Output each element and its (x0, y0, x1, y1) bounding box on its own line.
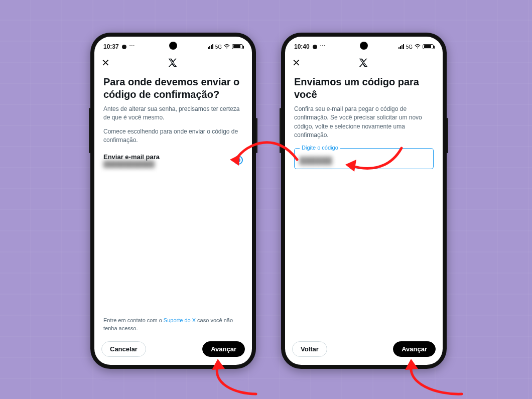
status-notch-icon (313, 45, 317, 49)
description-2: Comece escolhendo para onde enviar o cód… (103, 127, 243, 145)
status-time: 10:40 (294, 43, 310, 50)
status-more-icon: ··· (129, 43, 135, 49)
signal-icon (398, 44, 404, 49)
next-button[interactable]: Avançar (393, 341, 436, 357)
camera-cutout (169, 42, 177, 50)
bottom-bar: Voltar Avançar (285, 337, 443, 365)
status-more-icon: ··· (320, 43, 326, 49)
network-label: 5G (215, 44, 222, 50)
phone-mockup-1: 10:37 ··· 5G ✕ Para onde devemos enviar … (90, 33, 256, 369)
cancel-button[interactable]: Cancelar (101, 341, 146, 357)
svg-point-0 (226, 48, 227, 49)
close-icon[interactable]: ✕ (101, 58, 110, 68)
phone-power-button (447, 118, 448, 153)
phone-volume-button (89, 108, 90, 153)
description-1: Confira seu e-mail para pegar o código d… (294, 105, 434, 140)
phone-power-button (256, 118, 257, 153)
app-top-bar: ✕ (94, 54, 252, 72)
wifi-icon (224, 44, 230, 49)
status-time: 10:37 (103, 43, 119, 50)
screen-2: 10:40 ··· 5G ✕ Enviamos um código para v… (285, 37, 443, 365)
page-title: Para onde devemos enviar o código de con… (103, 76, 243, 101)
back-button[interactable]: Voltar (292, 341, 327, 357)
send-email-masked-address: ████████████ (103, 161, 160, 168)
signal-icon (208, 44, 213, 49)
x-logo-icon (168, 58, 178, 68)
phone-volume-button (280, 108, 281, 153)
phone-mockup-2: 10:40 ··· 5G ✕ Enviamos um código para v… (281, 33, 447, 369)
app-top-bar: ✕ (285, 54, 443, 72)
battery-icon (423, 44, 434, 49)
code-input-value-masked: ██████ (300, 157, 428, 165)
status-notch-icon (122, 45, 126, 49)
bottom-bar: Cancelar Avançar (94, 337, 252, 365)
camera-cutout (360, 42, 368, 50)
radio-selected-icon[interactable] (234, 156, 243, 165)
close-icon[interactable]: ✕ (292, 58, 301, 68)
x-logo-icon (358, 58, 368, 68)
svg-point-1 (417, 48, 418, 49)
support-note: Entre em contato com o Suporte do X caso… (103, 317, 243, 337)
code-input-label: Digite o código (300, 145, 340, 151)
description-1: Antes de alterar sua senha, precisamos t… (103, 105, 243, 122)
network-label: 5G (406, 44, 413, 50)
send-email-option[interactable]: Enviar e-mail para ████████████ (103, 150, 243, 169)
screen-1: 10:37 ··· 5G ✕ Para onde devemos enviar … (94, 37, 252, 365)
send-email-label: Enviar e-mail para (103, 153, 160, 161)
support-link[interactable]: Suporte do X (164, 317, 196, 323)
next-button[interactable]: Avançar (202, 341, 245, 357)
battery-icon (232, 44, 243, 49)
code-input[interactable]: Digite o código ██████ (294, 148, 434, 169)
wifi-icon (415, 44, 421, 49)
page-title: Enviamos um código para você (294, 76, 434, 101)
